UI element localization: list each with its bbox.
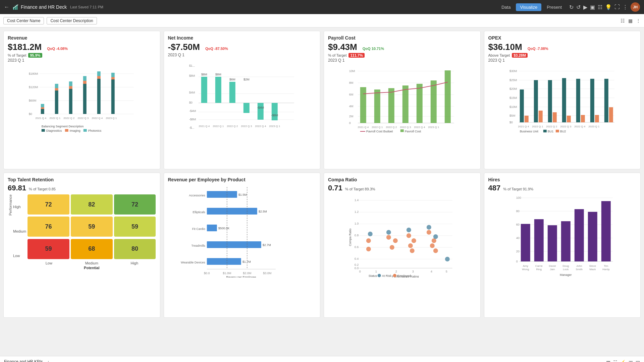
redo-icon[interactable]: ↺ <box>576 4 581 10</box>
more-icon[interactable]: ⋮ <box>623 4 628 10</box>
lightning-icon[interactable]: ⚡ <box>620 360 626 362</box>
svg-text:$8M: $8M <box>189 74 195 77</box>
filter-cost-center-desc[interactable]: Cost Center Description <box>47 17 97 24</box>
svg-rect-128 <box>609 107 613 122</box>
cat-accessories: Accessories <box>189 194 205 197</box>
table-icon[interactable]: ☷ <box>598 4 602 10</box>
svg-text:Manager: Manager <box>559 273 572 277</box>
svg-rect-125 <box>567 116 571 122</box>
opex-period: 2023 Q 1 <box>488 58 637 63</box>
svg-point-175 <box>386 235 391 240</box>
svg-rect-11 <box>41 109 44 114</box>
tabbar-kpi-item[interactable]: Finance and HR KPIs <box>4 359 43 362</box>
svg-text:4M: 4M <box>349 105 354 108</box>
svg-text:Mack: Mack <box>589 268 596 271</box>
tabbar-add-button[interactable]: + <box>47 359 50 362</box>
cat-ellipticals: Ellipticals <box>193 210 205 214</box>
svg-rect-28 <box>111 73 115 77</box>
svg-text:$2.7M: $2.7M <box>262 243 271 247</box>
svg-text:5: 5 <box>446 270 447 273</box>
talent-cell-med-low: 76 <box>28 217 69 237</box>
filter-icon[interactable]: ☷ <box>621 18 625 23</box>
payroll-chart: 10M 8M 6M 4M 2M 0 <box>328 65 476 133</box>
svg-text:2022 Q 2: 2022 Q 2 <box>386 126 397 129</box>
svg-text:2022 Q 3: 2022 Q 3 <box>400 126 411 129</box>
svg-text:$2M: $2M <box>243 78 249 81</box>
svg-text:Ring: Ring <box>536 268 541 271</box>
svg-text:3: 3 <box>412 270 414 273</box>
svg-rect-138 <box>555 130 559 132</box>
nav-present[interactable]: Present <box>543 3 566 11</box>
back-button[interactable]: ← <box>4 4 9 10</box>
svg-rect-19 <box>69 81 72 86</box>
talent-matrix: Performance High Medium Low 72 82 72 76 … <box>8 194 156 268</box>
export-icon[interactable]: ⛶ <box>614 4 620 10</box>
svg-point-187 <box>386 230 391 235</box>
svg-text:2023 Q 1: 2023 Q 1 <box>588 125 599 128</box>
svg-text:BU1: BU1 <box>547 130 553 132</box>
play-icon[interactable]: ▶ <box>583 4 587 10</box>
filter-cost-center-name[interactable]: Cost Center Name <box>3 17 44 24</box>
more-options-icon[interactable]: ⋮ <box>636 18 641 23</box>
svg-text:2022 Q 4: 2022 Q 4 <box>255 125 266 128</box>
svg-rect-144 <box>207 258 241 265</box>
net-income-qoq: QoQ -87.50% <box>205 47 228 51</box>
svg-text:2022 Q 2: 2022 Q 2 <box>63 117 74 120</box>
svg-text:2022 Q 1: 2022 Q 1 <box>49 117 60 120</box>
svg-text:2022 Q 1: 2022 Q 1 <box>532 125 543 128</box>
svg-point-180 <box>408 243 413 248</box>
svg-text:$0: $0 <box>29 112 32 116</box>
svg-rect-12 <box>41 107 44 109</box>
layout-mode-icon[interactable]: ▣ <box>629 360 633 362</box>
svg-point-181 <box>410 248 415 253</box>
svg-rect-15 <box>55 88 58 90</box>
grid-view-icon[interactable]: ▦ <box>606 360 610 362</box>
svg-text:10M: 10M <box>349 69 355 73</box>
svg-text:2022 Q 4: 2022 Q 4 <box>574 125 585 128</box>
svg-rect-40 <box>84 129 87 132</box>
grid-icon[interactable]: ▦ <box>628 18 633 23</box>
layout-icon[interactable]: ▣ <box>590 4 595 10</box>
svg-point-183 <box>432 238 436 243</box>
user-avatar[interactable]: JH <box>631 2 640 12</box>
table-view-icon[interactable]: ☷ <box>613 360 618 362</box>
svg-rect-143 <box>207 241 261 248</box>
svg-rect-87 <box>402 85 409 123</box>
svg-rect-219 <box>547 225 557 261</box>
svg-text:Wong: Wong <box>522 268 529 271</box>
undo-icon[interactable]: ↻ <box>569 4 574 10</box>
nav-data[interactable]: Data <box>497 3 515 11</box>
app-logo-icon <box>13 4 19 10</box>
top-nav: Data Visualize Present <box>497 3 566 11</box>
svg-text:Business Unit: Business Unit <box>520 130 538 132</box>
revenue-target: % of Target 95.9% <box>8 53 156 58</box>
svg-text:Imaging: Imaging <box>70 129 80 132</box>
svg-text:0: 0 <box>359 270 361 273</box>
svg-text:80: 80 <box>516 209 519 213</box>
fullscreen-icon[interactable]: ▤ <box>636 360 640 362</box>
svg-rect-23 <box>97 79 101 114</box>
svg-rect-17 <box>69 89 72 114</box>
rev-per-employee-chart: Accessories Ellipticals Fit Cardio Tread… <box>168 184 316 279</box>
payroll-target: % of Target 111.7% <box>328 53 476 58</box>
svg-text:Payroll Cost: Payroll Cost <box>405 130 421 132</box>
bulb-icon[interactable]: 💡 <box>605 4 612 10</box>
svg-text:2022 Q 2: 2022 Q 2 <box>546 125 557 128</box>
svg-text:Payroll Cost Budget: Payroll Cost Budget <box>366 130 393 132</box>
svg-rect-26 <box>111 79 115 114</box>
tabbar: Finance and HR KPIs + ▦ ☷ ⚡ ▣ ▤ <box>0 356 644 362</box>
svg-rect-127 <box>595 115 599 122</box>
svg-rect-118 <box>562 78 566 122</box>
compa-ratio-chart: 1.4 1.2 1.0 0.8 0.6 0.4 0.2 0.0 <box>328 194 476 279</box>
svg-point-178 <box>407 233 411 238</box>
hires-chart: 100 80 60 40 20 0 <box>488 194 637 282</box>
nav-visualize[interactable]: Visualize <box>516 3 541 11</box>
svg-text:2023 Q 1: 2023 Q 1 <box>106 117 117 120</box>
hires-card: Hires 487 % of Target 91.9% 100 80 60 40… <box>484 173 641 318</box>
svg-text:$60M: $60M <box>29 99 37 102</box>
revenue-title: Revenue <box>8 35 156 41</box>
talent-cell-high-low: 72 <box>28 194 69 215</box>
svg-point-174 <box>366 247 371 251</box>
talent-cell-low-high: 80 <box>114 239 156 259</box>
net-income-value: -$7.50M <box>168 42 200 52</box>
